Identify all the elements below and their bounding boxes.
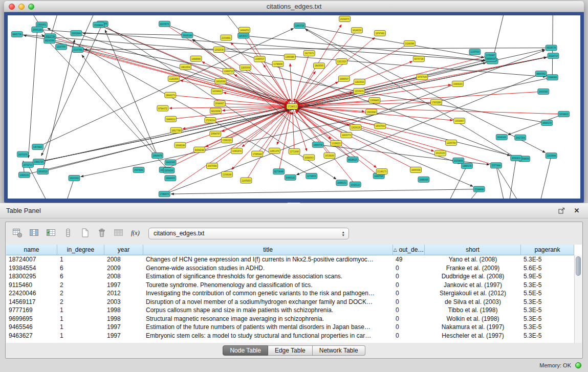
column-header-year[interactable]: year [104,245,143,255]
zoom-window-button[interactable] [28,4,34,10]
graph-node[interactable]: 18817788 [170,127,182,133]
table-row[interactable]: 911546021997Tourette syndrome. Phenomeno… [6,281,574,290]
graph-node[interactable]: 19420345 [165,160,176,165]
graph-node[interactable]: 10400142 [285,174,296,180]
graph-edge[interactable] [84,48,551,50]
graph-node[interactable]: 18466212 [165,116,177,122]
new-network-from-table-button[interactable] [77,226,93,240]
graph-node[interactable]: 10961874 [231,148,243,154]
graph-node[interactable]: 13391323 [221,137,232,143]
graph-node[interactable]: 9828625 [347,157,358,162]
tab-edge-table[interactable]: Edge Table [268,345,313,356]
graph-node[interactable]: 20475584 [207,163,218,169]
tab-network-table[interactable]: Network Table [313,345,365,356]
table-row[interactable]: 2242004622012Investigating the contribut… [6,289,574,298]
graph-node[interactable]: 12022530 [213,47,225,53]
graph-node[interactable]: 18103302 [69,176,80,181]
graph-node[interactable]: 21605850 [241,178,252,183]
graph-node[interactable]: 9273649 [273,169,285,174]
network-graph[interactable]: 1331040898657362283286493227391526884498… [8,15,580,199]
graph-node[interactable]: 19787549 [417,74,428,80]
graph-node[interactable]: 11599198 [222,171,233,177]
graph-node[interactable]: 17482670 [159,191,170,197]
table-scrollbar[interactable] [574,255,582,343]
graph-node[interactable]: 13018457 [454,118,465,124]
graph-edge[interactable] [290,63,292,106]
graph-node[interactable]: 17385946 [252,151,263,157]
import-table-button[interactable] [111,226,126,240]
graph-node[interactable]: 21990537 [254,56,265,62]
graph-node[interactable]: 20694787 [210,131,221,137]
graph-edge[interactable] [540,156,551,199]
table-options-button[interactable] [10,226,25,240]
graph-edge[interactable] [81,77,553,177]
table-row[interactable]: 1938455462009Genome-wide association stu… [6,264,574,273]
graph-node[interactable]: 16045430 [496,135,507,140]
graph-node[interactable]: 14084252 [239,27,250,33]
graph-node[interactable]: 21504681 [221,35,232,40]
graph-node[interactable]: 19749615 [558,111,570,117]
graph-edge[interactable] [496,165,504,199]
column-header-out_degree[interactable]: △out_de… [393,245,425,255]
graph-node[interactable]: 9666062 [535,71,547,77]
graph-node[interactable]: 20258656 [453,158,464,163]
close-panel-button[interactable]: ✕ [572,206,582,216]
graph-edge[interactable] [296,30,357,102]
graph-node[interactable]: 14986151 [336,180,347,186]
create-column-button[interactable] [43,226,59,240]
graph-node[interactable]: 9818578 [546,45,557,51]
graph-edge[interactable] [66,178,74,199]
table-row[interactable]: 946554611997Estimation of the future num… [6,323,574,332]
graph-node[interactable]: 22832864 [71,30,82,36]
graph-node[interactable]: 20732713 [23,162,34,167]
graph-node[interactable]: 12739553 [306,173,317,179]
graph-edge[interactable] [508,114,564,135]
graph-node[interactable]: 13841720 [33,159,44,165]
graph-node[interactable]: 10469183 [452,81,463,86]
graph-edge[interactable] [105,30,157,156]
graph-node[interactable]: 18436565 [314,63,325,69]
graph-node[interactable]: 20292670 [339,16,351,22]
graph-node[interactable]: 12951376 [269,148,280,154]
graph-edge[interactable] [296,74,541,175]
graph-node[interactable]: 11189221 [331,140,342,146]
graph-node[interactable]: 11337010 [469,49,481,55]
network-canvas[interactable]: 1331040898657362283286493227391526884498… [8,15,580,199]
table-row[interactable]: 1830029562008Estimation of significance … [6,272,574,281]
graph-node[interactable]: 17933288 [430,99,442,105]
graph-edge[interactable] [448,166,467,199]
graph-node[interactable]: 9824339 [44,38,55,43]
graph-node[interactable]: 14948989 [190,56,202,61]
graph-node[interactable]: 13099463 [369,98,380,103]
column-header-short[interactable]: short [425,245,521,255]
graph-edge[interactable] [82,55,158,156]
graph-node[interactable]: 20565188 [32,27,43,32]
graph-node[interactable]: 12926102 [18,172,30,178]
graph-node[interactable]: 19140149 [182,32,193,38]
graph-node[interactable]: 11788408 [272,61,284,67]
function-builder-button[interactable]: f(x) [128,226,143,240]
graph-node[interactable]: 12147055 [56,44,67,50]
graph-edge[interactable] [43,40,75,172]
graph-node[interactable]: 18747491 [374,30,385,36]
graph-node[interactable]: 20224710 [548,53,559,59]
graph-edge[interactable] [297,56,553,105]
graph-node[interactable]: 16146150 [351,28,362,33]
graph-node[interactable]: 18597504 [375,123,386,129]
column-header-title[interactable]: title [143,245,393,255]
graph-node[interactable]: 16060338 [410,167,422,172]
graph-edge[interactable] [297,55,491,105]
graph-node[interactable]: 18640273 [165,92,176,98]
graph-node[interactable]: 20346607 [214,101,225,106]
show-columns-button[interactable] [27,226,42,240]
graph-node[interactable]: 14334642 [211,89,223,94]
graph-node[interactable]: 11282909 [168,76,179,81]
graph-node[interactable]: 13674421 [32,144,43,150]
graph-edge[interactable] [28,30,37,158]
graph-node[interactable]: 21573444 [490,163,502,168]
graph-node[interactable]: 18840655 [165,176,176,181]
graph-node[interactable]: 20125150 [434,150,446,156]
graph-node[interactable]: 19593520 [37,169,49,174]
minimize-window-button[interactable] [18,4,25,10]
table-row[interactable]: 1456911722003Disruption of a novel membe… [6,298,574,307]
